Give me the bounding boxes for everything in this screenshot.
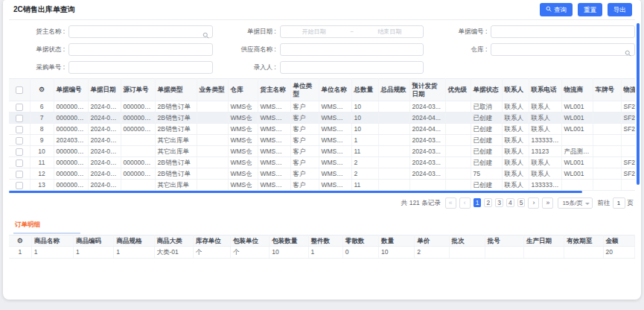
row-checkbox[interactable] (16, 159, 23, 167)
column-settings-gear-icon[interactable]: ⚙ (17, 237, 23, 244)
pagination-page-button[interactable]: 2 (484, 198, 492, 207)
table-row[interactable]: 1200000000...2024-03...00000000...2B销售订单… (9, 168, 635, 180)
field-supplier-name: 供应商名称 : (220, 43, 424, 56)
page-size-select[interactable]: 15条/页 (558, 197, 592, 209)
table-cell: WMS客户 (319, 124, 351, 135)
table-row[interactable]: 600000000...2024-04...00000000...2B销售订单W… (9, 101, 635, 113)
table-cell (445, 146, 471, 157)
table-cell: 已取消 (471, 101, 502, 113)
table-cell (561, 180, 593, 191)
export-button[interactable]: 导出 (608, 3, 632, 16)
table-cell: WMS客户 (319, 157, 351, 168)
pagination: 共 121 条记录 « ‹ 12345 › » 15条/页 前往 页 (9, 194, 635, 212)
pagination-page-button[interactable]: 4 (506, 198, 514, 207)
table-cell: 00000000... (54, 101, 88, 113)
select-all-checkbox[interactable] (16, 86, 23, 94)
table-cell: 00000000... (121, 101, 155, 113)
table-cell: 客户 (290, 168, 319, 180)
field-doc-date: 单据日期 : ~ (220, 25, 424, 38)
table-cell: WMS货主 (258, 157, 290, 168)
pagination-prev-button[interactable]: ‹ (459, 197, 471, 209)
table-row[interactable]: 92024033...2024-03...其它出库单WMS仓WMS货主客户WMS… (9, 135, 635, 146)
search-icon[interactable] (203, 28, 209, 42)
table-cell (378, 180, 409, 191)
table-row[interactable]: 700000000...2024-04...00000000...2B销售订单W… (9, 113, 635, 124)
detail-table-wrap: ⚙商品名称商品编码商品规格商品大类库存单位包装单位包装数量整件数零散数数量单价批… (9, 234, 635, 259)
filter-empty-cell (431, 61, 635, 74)
pagination-next-button[interactable]: › (528, 197, 539, 209)
tab-order-detail[interactable]: 订单明细 (13, 219, 42, 232)
table-cell: 75 (471, 168, 502, 180)
row-checkbox[interactable] (16, 171, 23, 178)
row-checkbox[interactable] (16, 137, 23, 145)
pagination-page-button[interactable]: 1 (474, 198, 482, 207)
orders-table-header-row: ⚙单据编号单据日期源订单号单据类型业务类型仓库货主名称单位类型单位名称总数量总品… (9, 79, 635, 101)
table-cell: 2 (351, 157, 378, 168)
search-icon[interactable] (625, 46, 631, 60)
row-checkbox[interactable] (16, 126, 23, 133)
detail-column-header: 零散数 (342, 235, 378, 247)
table-cell: WL001 (561, 101, 593, 113)
query-button[interactable]: 查询 (540, 3, 573, 16)
supplier-name-input[interactable] (284, 46, 420, 53)
table-cell: 其它出库单 (155, 180, 197, 191)
table-row[interactable]: 1111大类-01个个101010220 (9, 247, 635, 259)
field-warehouse: 仓库 : (431, 43, 635, 56)
table-cell: 1 (308, 247, 342, 259)
table-cell (378, 113, 409, 124)
detail-column-header: 商品名称 (31, 235, 73, 247)
table-cell (121, 180, 155, 191)
warehouse-input[interactable] (495, 46, 631, 53)
detail-column-header: 单价 (415, 235, 449, 247)
table-cell: 2024-03... (88, 135, 121, 146)
doc-date-end-input[interactable] (360, 28, 419, 35)
row-checkbox[interactable] (16, 115, 23, 122)
table-cell: 联系人 (502, 113, 529, 124)
owner-name-input[interactable] (73, 28, 208, 35)
table-cell (561, 135, 593, 146)
purchase-no-input[interactable] (73, 64, 208, 71)
pagination-page-button[interactable]: 3 (495, 198, 503, 207)
column-settings-gear-icon[interactable]: ⚙ (39, 86, 45, 93)
table-cell (564, 247, 603, 259)
doc-date-start-input[interactable] (284, 28, 344, 35)
order-detail-section: 订单明细 ⚙商品名称商品编码商品规格商品大类库存单位包装单位包装数量整件数零散数… (9, 216, 635, 259)
orders-column-header: 总品规数 (378, 79, 409, 101)
table-cell (449, 247, 485, 259)
table-cell: 联系人 (502, 157, 529, 168)
vertical-scrollbar[interactable] (637, 23, 640, 185)
table-row[interactable]: 1300000000...2024-03...其它出库单WMS仓WMS货主客户W… (9, 180, 635, 191)
row-seq: 7 (30, 113, 54, 124)
table-cell (593, 180, 621, 191)
table-cell: 大类-01 (154, 247, 193, 259)
table-row[interactable]: 1000000000...2024-03...其它出库单WMS仓WMS货主客户W… (9, 146, 635, 157)
table-cell: 客户 (290, 135, 319, 146)
row-checkbox[interactable] (16, 182, 23, 189)
doc-status-input[interactable] (73, 46, 208, 53)
table-cell: 联系人 (502, 146, 529, 157)
doc-date-range[interactable]: ~ (280, 25, 424, 38)
doc-no-input[interactable] (495, 28, 631, 35)
table-cell: 联系人 (502, 101, 529, 113)
pagination-page-button[interactable]: 5 (517, 198, 526, 207)
table-row[interactable]: 800000000...2024-04...00000000...2B销售订单W… (9, 124, 635, 135)
pagination-first-button[interactable]: « (445, 197, 456, 209)
horizontal-scrollbar[interactable] (9, 191, 582, 193)
table-row[interactable]: 1100000000...2024-03...00000000...2B销售订单… (9, 157, 635, 168)
table-cell (197, 101, 228, 113)
detail-column-header: 有效期至 (564, 235, 603, 247)
goto-page-input[interactable] (613, 197, 625, 209)
reset-button[interactable]: 重置 (578, 3, 602, 16)
table-cell (445, 113, 471, 124)
table-cell: WMS仓 (228, 101, 258, 113)
orders-column-header: 单位类型 (290, 79, 319, 101)
table-cell (593, 135, 621, 146)
entry-person-input[interactable] (284, 64, 420, 71)
table-cell: 2024-03... (409, 168, 445, 180)
row-checkbox[interactable] (16, 148, 23, 156)
table-cell: 2024-03... (409, 135, 445, 146)
row-checkbox[interactable] (16, 104, 23, 111)
table-cell: WMS货主 (258, 180, 290, 191)
table-cell: 2B销售订单 (155, 124, 197, 135)
pagination-last-button[interactable]: » (542, 197, 553, 209)
